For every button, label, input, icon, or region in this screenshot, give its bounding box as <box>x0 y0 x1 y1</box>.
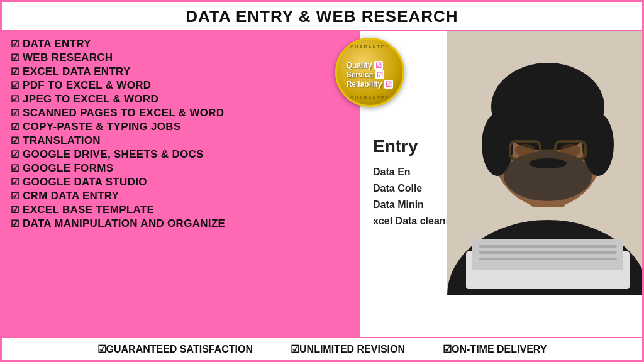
service-check-5: ☑ <box>11 107 19 119</box>
service-check-9: ☑ <box>11 163 19 174</box>
page-wrapper: DATA ENTRY & WEB RESEARCH ☑ DATA ENTRY ☑… <box>0 0 644 362</box>
svg-rect-17 <box>479 251 617 254</box>
service-label-2: EXCEL DATA ENTRY <box>23 65 131 78</box>
service-item-4: ☑ JPEG TO EXCEL & WORD <box>11 93 320 106</box>
service-check-13: ☑ <box>11 218 19 229</box>
service-check-12: ☑ <box>11 204 19 216</box>
service-check-8: ☑ <box>11 149 19 160</box>
guarantee-badge: GUARANTEE Quality ☑ Service ☑ Reliabilit… <box>335 38 404 107</box>
service-item-1: ☑ WEB RESEARCH <box>11 52 320 64</box>
service-item-6: ☑ COPY-PASTE & TYPING JOBS <box>11 121 320 133</box>
badge-reliability-check: ☑ <box>384 80 393 89</box>
left-panel: ☑ DATA ENTRY ☑ WEB RESEARCH ☑ EXCEL DATA… <box>2 31 329 337</box>
service-check-10: ☑ <box>11 177 19 188</box>
footer-check-0: ☑GUARANTEED SATISFACTION <box>97 343 253 355</box>
service-item-2: ☑ EXCEL DATA ENTRY <box>11 65 320 78</box>
svg-rect-16 <box>479 245 617 248</box>
badge-row-reliability: Reliability ☑ <box>347 80 394 89</box>
service-item-7: ☑ TRANSLATION <box>11 134 320 147</box>
service-item-5: ☑ SCANNED PAGES TO EXCEL & WORD <box>11 107 320 119</box>
service-label-1: WEB RESEARCH <box>23 52 113 64</box>
service-label-7: TRANSLATION <box>23 134 101 147</box>
footer-item-0: ☑GUARANTEED SATISFACTION <box>97 343 253 355</box>
service-label-6: COPY-PASTE & TYPING JOBS <box>23 121 181 133</box>
badge-bottom-text: GUARANTEE <box>350 96 389 100</box>
service-check-6: ☑ <box>11 121 19 133</box>
service-check-0: ☑ <box>11 38 19 50</box>
badge-top-text: GUARANTEE <box>350 45 389 49</box>
service-label-12: EXCEL BASE TEMPLATE <box>23 204 154 216</box>
service-check-11: ☑ <box>11 190 19 202</box>
footer-item-2: ☑ON-TIME DELIVERY <box>443 343 547 355</box>
svg-rect-18 <box>479 258 617 260</box>
badge-quality-label: Quality <box>347 61 372 70</box>
service-label-8: GOOGLE DRIVE, SHEETS & DOCS <box>23 148 204 161</box>
svg-point-13 <box>529 158 567 168</box>
service-label-10: GOOGLE DATA STUDIO <box>23 176 147 189</box>
badge-service-label: Service <box>347 70 374 79</box>
footer-check-1: ☑UNLIMITED REVISION <box>291 343 405 355</box>
badge-circle: GUARANTEE Quality ☑ Service ☑ Reliabilit… <box>335 38 404 107</box>
service-item-11: ☑ CRM DATA ENTRY <box>11 190 320 202</box>
service-item-10: ☑ GOOGLE DATA STUDIO <box>11 176 320 189</box>
right-panel: Entry Data En Data Colle Data Minin xcel… <box>329 31 642 337</box>
badge-row-service: Service ☑ <box>347 70 385 79</box>
badge-service-check: ☑ <box>375 70 384 79</box>
footer-section: ☑GUARANTEED SATISFACTION☑UNLIMITED REVIS… <box>2 337 642 360</box>
badge-row-quality: Quality ☑ <box>347 61 384 70</box>
service-label-4: JPEG TO EXCEL & WORD <box>23 93 158 106</box>
service-label-13: DATA MANIPULATION AND ORGANIZE <box>23 217 225 230</box>
service-item-8: ☑ GOOGLE DRIVE, SHEETS & DOCS <box>11 148 320 161</box>
service-item-9: ☑ GOOGLE FORMS <box>11 162 320 175</box>
service-item-3: ☑ PDF TO EXCEL & WORD <box>11 79 320 92</box>
footer-check-2: ☑ON-TIME DELIVERY <box>443 343 547 355</box>
service-label-9: GOOGLE FORMS <box>23 162 113 175</box>
footer-item-1: ☑UNLIMITED REVISION <box>291 343 405 355</box>
badge-items: Quality ☑ Service ☑ Reliability ☑ <box>347 61 394 89</box>
main-content: ☑ DATA ENTRY ☑ WEB RESEARCH ☑ EXCEL DATA… <box>2 31 642 337</box>
badge-reliability-label: Reliability <box>347 80 382 89</box>
badge-quality-check: ☑ <box>374 61 383 70</box>
page-title: DATA ENTRY & WEB RESEARCH <box>2 7 642 26</box>
service-label-5: SCANNED PAGES TO EXCEL & WORD <box>23 107 224 119</box>
person-image <box>447 31 642 295</box>
service-item-13: ☑ DATA MANIPULATION AND ORGANIZE <box>11 217 320 230</box>
svg-point-11 <box>515 144 535 156</box>
service-item-0: ☑ DATA ENTRY <box>11 38 320 50</box>
service-check-3: ☑ <box>11 80 19 91</box>
header-section: DATA ENTRY & WEB RESEARCH <box>2 2 642 31</box>
service-check-2: ☑ <box>11 66 19 77</box>
service-check-4: ☑ <box>11 94 19 105</box>
service-label-11: CRM DATA ENTRY <box>23 190 119 202</box>
service-label-0: DATA ENTRY <box>23 38 91 50</box>
svg-rect-15 <box>472 239 623 270</box>
service-item-12: ☑ EXCEL BASE TEMPLATE <box>11 204 320 216</box>
service-check-7: ☑ <box>11 135 19 146</box>
service-check-1: ☑ <box>11 52 19 63</box>
svg-point-12 <box>560 144 580 156</box>
service-label-3: PDF TO EXCEL & WORD <box>23 79 151 92</box>
